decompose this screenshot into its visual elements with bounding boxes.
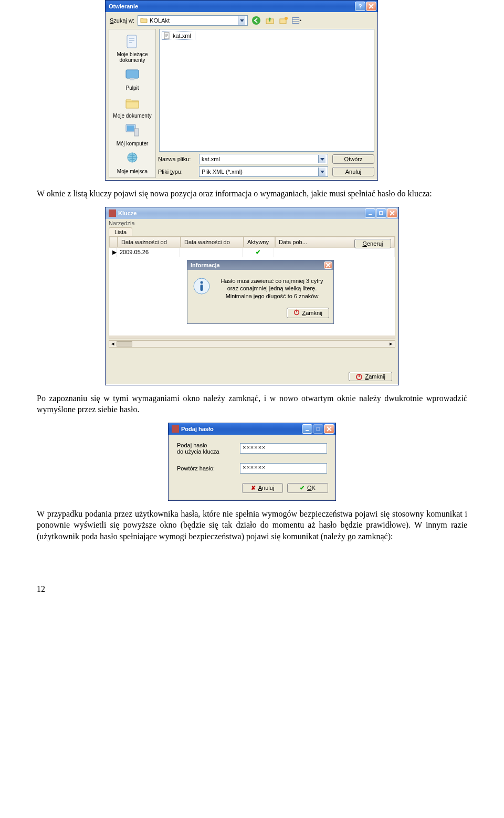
password-input-1[interactable]: ×××××× <box>240 443 327 454</box>
cell-date: 2009.05.26 <box>117 248 180 257</box>
place-mydocs[interactable]: Moje dokumenty <box>112 94 153 119</box>
place-recent[interactable]: Moje bieżące dokumenty <box>112 33 153 63</box>
tab-lista[interactable]: Lista <box>109 227 132 236</box>
svg-point-3 <box>285 17 288 20</box>
info-icon <box>193 277 211 295</box>
svg-point-21 <box>201 281 203 284</box>
svg-rect-27 <box>317 427 320 431</box>
file-open-dialog: Otwieranie ? Szukaj w: KOLAkt <box>105 0 378 181</box>
open-button[interactable]: Otwórz <box>332 154 374 164</box>
minimize-icon[interactable] <box>365 208 375 218</box>
password-label-1: Podaj hasłodo użycia klucza <box>177 442 235 455</box>
place-network[interactable]: Moje miejsca <box>112 150 153 174</box>
up-folder-icon[interactable] <box>265 15 275 26</box>
password-input-2[interactable]: ×××××× <box>240 463 327 474</box>
svg-rect-11 <box>127 125 134 131</box>
svg-rect-12 <box>134 129 139 136</box>
svg-rect-8 <box>126 70 139 78</box>
svg-rect-15 <box>109 209 116 217</box>
chevron-down-icon[interactable] <box>318 167 326 176</box>
row-marker: ▶ <box>109 248 117 257</box>
generate-button[interactable]: Generuj <box>354 239 391 248</box>
power-icon <box>293 309 300 317</box>
table-row[interactable]: ▶ 2009.05.26 ✔ <box>109 247 395 257</box>
svg-point-0 <box>252 16 260 25</box>
back-icon[interactable] <box>251 15 261 26</box>
close-window-button[interactable]: Zamknij <box>349 372 392 381</box>
file-item[interactable]: kat.xml <box>162 32 195 40</box>
filetype-label: Pliki typu: <box>158 169 195 175</box>
titlebar[interactable]: Podaj hasło <box>169 423 335 435</box>
svg-rect-17 <box>380 212 383 215</box>
cell-empty <box>274 248 395 257</box>
close-icon[interactable] <box>366 2 376 11</box>
svg-rect-25 <box>172 425 179 433</box>
x-icon: ✘ <box>251 485 256 491</box>
cancel-button[interactable]: Anuluj <box>332 167 374 176</box>
ok-button[interactable]: ✔ OK <box>287 483 328 493</box>
views-icon[interactable] <box>292 15 302 26</box>
info-dialog: Informacja Hasło musi zawierać co najmni… <box>187 260 334 324</box>
col-header[interactable]: Data ważności od <box>118 237 181 247</box>
col-header[interactable]: Data ważności do <box>181 237 244 247</box>
password-label-2: Powtórz hasło: <box>177 465 235 471</box>
info-message: Hasło musi zawierać co najmniej 3 cyfry … <box>216 277 328 301</box>
close-icon[interactable] <box>387 208 397 218</box>
maximize-icon[interactable] <box>376 208 386 218</box>
filename-label: Nazwa pliku: <box>158 156 195 162</box>
svg-rect-9 <box>130 78 134 80</box>
body-text-1: W oknie z listą kluczy pojawi się nowa p… <box>37 188 467 200</box>
maximize-icon <box>313 424 323 434</box>
check-icon: ✔ <box>300 485 304 491</box>
cancel-button[interactable]: ✘ Anuluj <box>242 483 283 493</box>
close-icon[interactable] <box>324 424 334 434</box>
svg-rect-22 <box>201 285 203 291</box>
filename-combo[interactable]: kat.xml <box>199 154 328 164</box>
help-icon[interactable]: ? <box>355 2 365 11</box>
window-title: Klucze <box>118 210 365 216</box>
page-number: 12 <box>37 584 467 594</box>
file-list[interactable]: kat.xml <box>159 29 374 152</box>
chevron-down-icon[interactable] <box>238 16 245 25</box>
app-icon <box>109 209 116 217</box>
password-dialog: Podaj hasło Podaj hasłodo użycia klucza … <box>168 423 336 501</box>
cell-active-check-icon: ✔ <box>243 248 274 257</box>
new-folder-icon[interactable] <box>278 15 289 26</box>
dialog-title: Otwieranie <box>109 3 355 9</box>
row-marker-header <box>109 237 118 247</box>
power-icon <box>355 373 363 381</box>
svg-rect-7 <box>127 35 136 48</box>
places-bar: Moje bieżące dokumenty Pulpit Moje dokum… <box>109 29 156 178</box>
lookin-value: KOLAkt <box>150 17 170 24</box>
minimize-icon[interactable] <box>302 424 312 434</box>
titlebar[interactable]: Klucze <box>106 207 398 219</box>
titlebar[interactable]: Otwieranie ? <box>106 1 377 12</box>
close-icon[interactable] <box>324 261 332 269</box>
place-mycomputer[interactable]: Mój komputer <box>112 122 153 146</box>
svg-rect-14 <box>164 33 169 39</box>
place-desktop[interactable]: Pulpit <box>112 66 153 91</box>
dialog-title: Podaj hasło <box>181 426 302 432</box>
folder-icon <box>140 17 148 24</box>
lookin-toolbar: Szukaj w: KOLAkt <box>106 12 377 29</box>
klucze-window: Klucze Narzędzia Lista Data ważności od … <box>105 207 399 385</box>
chevron-down-icon[interactable] <box>318 155 326 163</box>
info-titlebar[interactable]: Informacja <box>187 260 333 270</box>
cell-empty <box>180 248 243 257</box>
horizontal-scrollbar[interactable]: ◂ ▸ <box>109 340 395 348</box>
col-header[interactable]: Aktywny <box>244 237 275 247</box>
body-text-2: Po zapoznaniu się w tymi wymaganiami okn… <box>37 393 467 415</box>
body-text-3: W przypadku podania przez użytkownika ha… <box>37 508 467 542</box>
info-close-button[interactable]: Zamknij <box>287 308 329 318</box>
svg-rect-4 <box>292 18 299 24</box>
lookin-label: Szukaj w: <box>110 17 134 24</box>
filetype-combo[interactable]: Plik XML (*.xml) <box>199 166 328 177</box>
menu-tools[interactable]: Narzędzia <box>106 219 398 227</box>
lookin-combo[interactable]: KOLAkt <box>138 15 248 26</box>
app-icon <box>172 425 179 433</box>
